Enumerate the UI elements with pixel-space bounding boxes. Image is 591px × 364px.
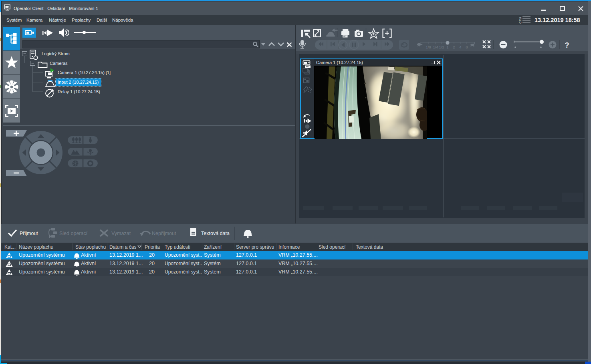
svg-text:Kat...: Kat... — [4, 244, 16, 250]
svg-text:Datum a čas: Datum a čas — [109, 244, 136, 250]
svg-text:8: 8 — [466, 45, 468, 49]
svg-text:CPU: CPU — [518, 17, 522, 24]
svg-text:1/4: 1/4 — [433, 45, 438, 49]
svg-text:Server pro správu: Server pro správu — [236, 244, 274, 250]
svg-text:1/2: 1/2 — [439, 45, 444, 49]
svg-text:Stav poplachu: Stav poplachu — [75, 244, 106, 250]
svg-text:Zařízení: Zařízení — [204, 244, 222, 250]
svg-text:1/8: 1/8 — [426, 45, 431, 49]
svg-text:Sled operací: Sled operací — [319, 244, 346, 250]
svg-text:4: 4 — [459, 45, 461, 49]
svg-text:Textová data: Textová data — [356, 244, 383, 250]
svg-text:?: ? — [565, 41, 569, 49]
svg-text:1: 1 — [446, 45, 448, 49]
svg-text:Typ události: Typ události — [165, 244, 190, 250]
svg-text:2: 2 — [453, 45, 455, 49]
svg-text:Název poplachu: Název poplachu — [19, 244, 53, 250]
svg-text:Informace: Informace — [278, 244, 300, 250]
svg-text:Priorita: Priorita — [145, 244, 160, 250]
